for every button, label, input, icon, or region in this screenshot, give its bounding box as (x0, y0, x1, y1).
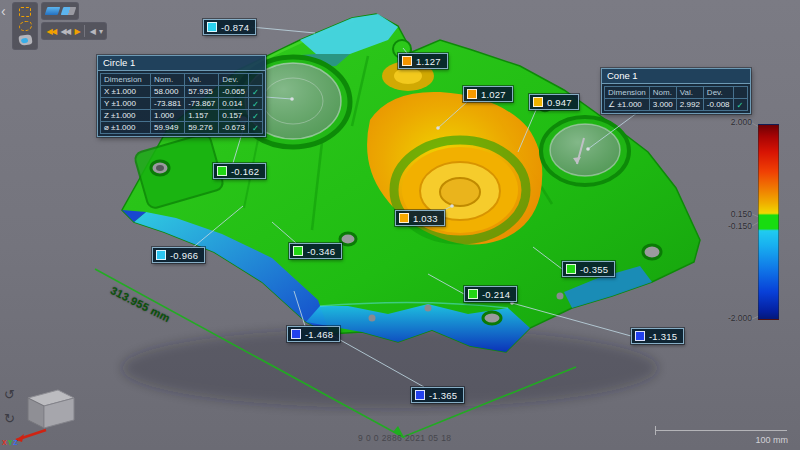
3d-viewport[interactable]: 313.955 mm -0.8741.1271.0270.947-0.1621.… (0, 0, 800, 450)
deviation-value: -1.315 (649, 331, 677, 342)
deviation-color-swatch (468, 289, 478, 299)
deviation-value: 1.127 (416, 56, 441, 67)
table-cell: ✓ (248, 86, 262, 98)
deviation-color-swatch (467, 89, 477, 99)
lasso-select-icon[interactable] (18, 20, 32, 32)
scale-upper-label: 0.150 (714, 209, 752, 219)
table-cell: -73.867 (185, 98, 219, 110)
deviation-color-swatch (533, 97, 543, 107)
table-cell: ✓ (248, 110, 262, 122)
table-cell: -0.008 (703, 99, 733, 111)
deviation-label[interactable]: -0.874 (203, 19, 256, 35)
deviation-color-swatch (415, 390, 425, 400)
deviation-label[interactable]: -0.214 (464, 286, 517, 302)
rect-select-icon[interactable] (19, 7, 31, 17)
table-header-cell: Dimension (605, 87, 650, 99)
deviation-label[interactable]: -0.355 (562, 261, 615, 277)
measurement-table[interactable]: Cone 1DimensionNom.Val.Dev.∠ ±1.0003.000… (601, 68, 751, 114)
table-title: Cone 1 (602, 69, 750, 84)
table-cell: 1.157 (185, 110, 219, 122)
deviation-label[interactable]: -0.162 (213, 163, 266, 179)
axis-triad-label: XYZ (2, 439, 19, 446)
step-last-icon[interactable]: ◀ (90, 27, 95, 36)
table-cell: X ±1.000 (101, 86, 151, 98)
deviation-color-swatch (402, 56, 412, 66)
deviation-color-swatch (291, 329, 301, 339)
scale-ruler-line (655, 430, 787, 431)
table-header-cell: Dev. (219, 74, 249, 86)
table-cell: 0.157 (219, 110, 249, 122)
deviation-value: -1.468 (305, 329, 333, 340)
scale-lower-label: -0.150 (714, 221, 752, 231)
deviation-value: -1.365 (429, 390, 457, 401)
table-cell: 0.014 (219, 98, 249, 110)
rotate-ccw-icon[interactable]: ↺ (4, 388, 15, 401)
deviation-value: -0.346 (307, 246, 335, 257)
table-cell: -0.065 (219, 86, 249, 98)
deviation-label[interactable]: -1.365 (411, 387, 464, 403)
dropdown-caret-icon[interactable]: ▾ (99, 27, 102, 36)
rotate-cw-icon[interactable]: ↻ (4, 412, 15, 425)
table-row: ⌀ ±1.00059.94959.276-0.673✓ (101, 122, 263, 134)
table-cell: 2.992 (676, 99, 703, 111)
table-cell: 58.000 (151, 86, 185, 98)
table-header-cell: Val. (185, 74, 219, 86)
table-cell: 59.276 (185, 122, 219, 134)
play-forward-icon[interactable]: ▶ (75, 27, 80, 36)
table-cell: 57.935 (185, 86, 219, 98)
table-cell: -73.881 (151, 98, 185, 110)
table-cell: ⌀ ±1.000 (101, 122, 151, 134)
table-cell: 3.000 (649, 99, 676, 111)
mesh-view-icon[interactable] (60, 7, 76, 15)
deviation-color-swatch (156, 250, 166, 260)
table-header-cell (733, 87, 747, 99)
table-cell: ∠ ±1.000 (605, 99, 650, 111)
scale-max-label: 2.000 (714, 117, 752, 127)
deviation-color-swatch (566, 264, 576, 274)
deviation-value: -0.162 (231, 166, 259, 177)
toolbar-divider (84, 25, 85, 37)
table-cell: Y ±1.000 (101, 98, 151, 110)
table-cell: 59.949 (151, 122, 185, 134)
measurement-table[interactable]: Circle 1DimensionNom.Val.Dev.X ±1.00058.… (97, 55, 266, 137)
deviation-label[interactable]: -0.966 (152, 247, 205, 263)
surface-select-icon[interactable] (18, 34, 32, 46)
rewind-icon[interactable]: ◀◀ (46, 27, 55, 36)
table-row: Y ±1.000-73.881-73.8670.014✓ (101, 98, 263, 110)
table-header-cell: Val. (676, 87, 703, 99)
deviation-value: -0.355 (580, 264, 608, 275)
deviation-value: 0.947 (547, 97, 572, 108)
table-cell: ✓ (248, 98, 262, 110)
step-back-icon[interactable]: ◀◀ (60, 27, 69, 36)
deviation-value: -0.966 (170, 250, 198, 261)
deviation-label[interactable]: 1.027 (463, 86, 513, 102)
status-text: 9 0 0 2886 2021 05 18 (358, 433, 451, 443)
panel-collapse-chevron[interactable]: ‹ (1, 4, 6, 18)
deviation-color-scale (758, 124, 779, 320)
table-cell: Z ±1.000 (101, 110, 151, 122)
table-grid: DimensionNom.Val.Dev.X ±1.00058.00057.93… (100, 73, 263, 134)
deviation-color-swatch (217, 166, 227, 176)
deviation-label[interactable]: 1.033 (395, 210, 445, 226)
table-header-cell (248, 74, 262, 86)
table-row: X ±1.00058.00057.935-0.065✓ (101, 86, 263, 98)
table-grid: DimensionNom.Val.Dev.∠ ±1.0003.0002.992-… (604, 86, 748, 111)
table-row: Z ±1.0001.0001.1570.157✓ (101, 110, 263, 122)
deviation-label[interactable]: -1.315 (631, 328, 684, 344)
fit-view-icon[interactable] (44, 7, 60, 15)
deviation-value: -0.214 (482, 289, 510, 300)
table-title: Circle 1 (98, 56, 265, 71)
scale-ruler-tick (655, 426, 656, 435)
table-cell: ✓ (248, 122, 262, 134)
table-header-cell: Dev. (703, 87, 733, 99)
deviation-value: 1.027 (481, 89, 506, 100)
scale-ruler-label: 100 mm (690, 435, 788, 445)
deviation-label[interactable]: 0.947 (529, 94, 579, 110)
stage-nav-toolbar: ◀◀ ◀◀ ▶ ◀ ▾ (41, 22, 107, 40)
deviation-label[interactable]: -0.346 (289, 243, 342, 259)
deviation-label[interactable]: 1.127 (398, 53, 448, 69)
deviation-color-swatch (635, 331, 645, 341)
deviation-color-swatch (207, 22, 217, 32)
deviation-label[interactable]: -1.468 (287, 326, 340, 342)
table-cell: ✓ (733, 99, 747, 111)
